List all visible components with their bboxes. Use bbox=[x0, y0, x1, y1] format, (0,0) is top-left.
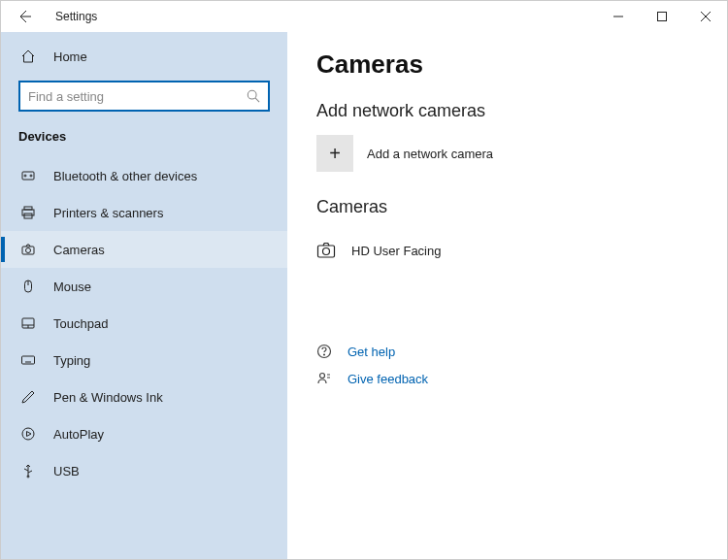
sidebar-item-label: Cameras bbox=[53, 243, 105, 257]
sidebar-home[interactable]: Home bbox=[1, 38, 287, 75]
minimize-icon bbox=[613, 12, 623, 21]
svg-rect-1 bbox=[657, 13, 666, 21]
svg-point-32 bbox=[324, 354, 325, 355]
mouse-icon bbox=[18, 279, 38, 294]
arrow-left-icon bbox=[17, 9, 32, 24]
help-icon bbox=[316, 344, 338, 359]
svg-point-26 bbox=[22, 428, 34, 440]
content-area: Cameras Add network cameras + Add a netw… bbox=[287, 32, 727, 559]
sidebar-item-label: USB bbox=[53, 464, 80, 478]
sidebar-item-printers[interactable]: Printers & scanners bbox=[1, 194, 287, 231]
get-help-label: Get help bbox=[347, 345, 395, 359]
search-input[interactable] bbox=[28, 89, 247, 104]
sidebar-item-bluetooth[interactable]: Bluetooth & other devices bbox=[1, 157, 287, 194]
sidebar-item-touchpad[interactable]: Touchpad bbox=[1, 305, 287, 342]
close-button[interactable] bbox=[683, 2, 727, 31]
svg-point-33 bbox=[320, 374, 325, 379]
keyboard-icon bbox=[18, 352, 38, 368]
sidebar-item-label: Typing bbox=[53, 353, 90, 368]
svg-rect-29 bbox=[318, 246, 335, 257]
sidebar-item-autoplay[interactable]: AutoPlay bbox=[1, 415, 287, 452]
search-icon bbox=[247, 89, 260, 103]
camera-item-label: HD User Facing bbox=[351, 244, 441, 258]
sidebar-item-label: AutoPlay bbox=[53, 427, 104, 442]
sidebar-item-usb[interactable]: USB bbox=[1, 452, 287, 489]
add-network-camera-button[interactable]: + Add a network camera bbox=[316, 135, 698, 172]
close-icon bbox=[701, 12, 711, 21]
page-title: Cameras bbox=[316, 49, 698, 80]
sidebar-home-label: Home bbox=[53, 49, 87, 64]
home-icon bbox=[18, 49, 38, 64]
usb-icon bbox=[18, 463, 38, 478]
give-feedback-label: Give feedback bbox=[347, 372, 428, 386]
touchpad-icon bbox=[18, 315, 38, 331]
svg-point-30 bbox=[323, 248, 330, 255]
svg-point-4 bbox=[248, 90, 256, 99]
sidebar-item-cameras[interactable]: Cameras bbox=[1, 231, 287, 268]
svg-line-5 bbox=[255, 98, 259, 102]
svg-point-8 bbox=[30, 175, 32, 177]
window-controls bbox=[596, 2, 727, 31]
sidebar-item-label: Printers & scanners bbox=[53, 206, 163, 220]
search-box[interactable] bbox=[18, 81, 270, 112]
sidebar-item-label: Pen & Windows Ink bbox=[53, 390, 163, 405]
pen-icon bbox=[18, 389, 38, 405]
bluetooth-icon bbox=[18, 168, 38, 183]
camera-icon bbox=[18, 242, 38, 257]
sidebar-item-pen[interactable]: Pen & Windows Ink bbox=[1, 379, 287, 415]
give-feedback-link[interactable]: Give feedback bbox=[316, 365, 698, 392]
maximize-icon bbox=[657, 12, 667, 21]
maximize-button[interactable] bbox=[640, 2, 683, 31]
minimize-button[interactable] bbox=[596, 2, 640, 31]
get-help-link[interactable]: Get help bbox=[316, 338, 698, 365]
app-title: Settings bbox=[55, 10, 97, 23]
sidebar-item-typing[interactable]: Typing bbox=[1, 342, 287, 379]
sidebar: Home Devices Bluetooth & other devices bbox=[1, 32, 287, 559]
feedback-icon bbox=[316, 371, 338, 386]
sidebar-item-label: Touchpad bbox=[53, 316, 108, 331]
svg-point-7 bbox=[24, 175, 26, 177]
settings-window: Settings Home bbox=[0, 0, 728, 560]
back-button[interactable] bbox=[11, 3, 38, 30]
help-section: Get help Give feedback bbox=[316, 338, 698, 392]
search-container bbox=[1, 75, 287, 121]
plus-icon: + bbox=[316, 135, 353, 172]
camera-list-item[interactable]: HD User Facing bbox=[316, 231, 698, 270]
svg-rect-19 bbox=[22, 356, 35, 364]
cameras-heading: Cameras bbox=[316, 197, 698, 217]
sidebar-item-label: Bluetooth & other devices bbox=[53, 169, 197, 183]
autoplay-icon bbox=[18, 426, 38, 442]
add-network-camera-label: Add a network camera bbox=[367, 147, 493, 161]
body: Home Devices Bluetooth & other devices bbox=[1, 32, 727, 559]
camera-icon bbox=[316, 242, 338, 259]
sidebar-item-mouse[interactable]: Mouse bbox=[1, 268, 287, 305]
add-cameras-heading: Add network cameras bbox=[316, 101, 698, 121]
titlebar: Settings bbox=[1, 1, 727, 32]
svg-point-13 bbox=[26, 248, 31, 253]
sidebar-nav: Bluetooth & other devices Printers & sca… bbox=[1, 157, 287, 559]
sidebar-section-label: Devices bbox=[1, 121, 287, 157]
sidebar-item-label: Mouse bbox=[53, 280, 91, 294]
printer-icon bbox=[18, 205, 38, 220]
